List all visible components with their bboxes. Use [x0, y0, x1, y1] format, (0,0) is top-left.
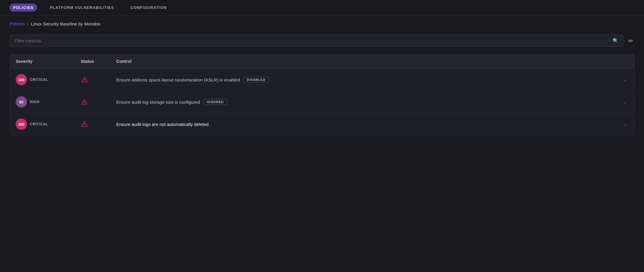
control-cell: Ensure address space layout randomizatio…: [116, 77, 622, 83]
svg-point-1: [84, 81, 85, 82]
breadcrumb-policies-link[interactable]: Policies: [9, 21, 25, 26]
severity-score: 100: [16, 74, 27, 85]
control-text: Ensure audit log storage size is configu…: [116, 100, 200, 105]
breadcrumb: Policies › Linux Security Baseline by Mo…: [0, 15, 644, 30]
status-cell: [81, 121, 116, 128]
search-area: 🔍 ✏: [0, 30, 644, 52]
status-cell: [81, 76, 116, 83]
severity-cell: 80 HIGH: [16, 96, 81, 108]
severity-score: 100: [16, 119, 27, 130]
control-badge: IGNORED: [204, 99, 227, 105]
table-row[interactable]: 80 HIGH Ensure audit log storage size is…: [10, 91, 634, 113]
controls-table: Severity Status Control 100 CRITICAL Ens…: [9, 54, 635, 135]
breadcrumb-current-page: Linux Security Baseline by Mondoo: [31, 21, 100, 26]
table-row[interactable]: 100 CRITICAL Ensure address space layout…: [10, 69, 634, 91]
warning-icon: [81, 121, 88, 128]
expand-icon[interactable]: ⌄: [622, 76, 628, 83]
control-cell: Ensure audit logs are not automatically …: [116, 122, 622, 127]
nav-tab-policies[interactable]: POLICIES: [9, 4, 37, 12]
severity-label: CRITICAL: [30, 78, 48, 82]
severity-cell: 100 CRITICAL: [16, 119, 81, 130]
expand-icon[interactable]: ⌄: [622, 98, 628, 105]
svg-point-5: [84, 126, 85, 126]
expand-icon[interactable]: ⌄: [622, 121, 628, 128]
control-cell: Ensure audit log storage size is configu…: [116, 99, 622, 105]
top-navigation: POLICIES PLATFORM VULNERABILITIES CONFIG…: [0, 0, 644, 15]
table-header-control: Control: [116, 59, 628, 64]
severity-cell: 100 CRITICAL: [16, 74, 81, 85]
warning-icon: [81, 76, 88, 83]
table-header: Severity Status Control: [10, 54, 634, 69]
status-cell: [81, 98, 116, 105]
control-text: Ensure audit logs are not automatically …: [116, 122, 209, 127]
control-text: Ensure address space layout randomizatio…: [116, 77, 240, 82]
edit-icon[interactable]: ✏: [627, 36, 635, 46]
control-badge: DISABLED: [244, 77, 269, 83]
severity-label: CRITICAL: [30, 122, 48, 126]
table-row[interactable]: 100 CRITICAL Ensure audit logs are not a…: [10, 113, 634, 135]
table-header-severity: Severity: [16, 59, 81, 64]
search-icon[interactable]: 🔍: [613, 38, 619, 44]
severity-label: HIGH: [30, 100, 40, 104]
table-header-status: Status: [81, 59, 116, 64]
nav-tab-configuration[interactable]: CONFIGURATION: [127, 4, 170, 12]
breadcrumb-separator: ›: [27, 21, 29, 26]
nav-tab-platform-vulnerabilities[interactable]: PLATFORM VULNERABILITIES: [46, 4, 117, 12]
warning-icon: [81, 98, 88, 105]
search-input[interactable]: [15, 38, 613, 43]
svg-point-3: [84, 103, 85, 104]
search-container[interactable]: 🔍: [9, 35, 624, 47]
severity-score: 80: [16, 96, 27, 108]
